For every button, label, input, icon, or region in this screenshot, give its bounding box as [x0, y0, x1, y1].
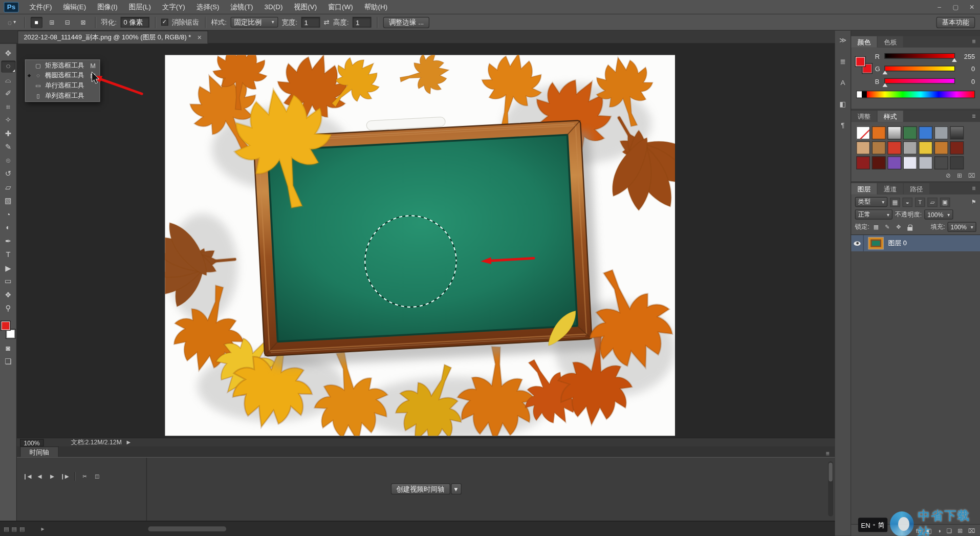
panel-menu-icon[interactable]: ≡ [972, 183, 975, 195]
width-input[interactable] [301, 17, 320, 28]
clone-stamp-tool[interactable]: ⌾ [1, 155, 15, 167]
menu-type[interactable]: 文字(Y) [157, 0, 191, 14]
timeline-tab[interactable]: 时间轴 [20, 446, 58, 457]
crop-tool[interactable]: ⌗ [1, 101, 15, 113]
fill-dropdown[interactable]: 100% ▾ [947, 222, 976, 232]
screen-mode-button[interactable]: ❏ [1, 355, 15, 368]
previous-frame-button[interactable]: ◀ [34, 471, 45, 481]
split-clip-icon[interactable]: ✂ [79, 471, 90, 481]
intersect-selection-button[interactable]: ⊠ [77, 16, 89, 28]
channel-slider-thumb[interactable] [882, 83, 887, 87]
panel-menu-icon[interactable]: ≡ [826, 450, 830, 457]
first-frame-button[interactable]: ❙◀ [22, 471, 33, 481]
style-swatch[interactable] [919, 126, 932, 140]
add-to-selection-button[interactable]: ⊞ [46, 16, 58, 28]
canvas-area[interactable] [17, 44, 835, 437]
zoom-tool[interactable]: ⚲ [1, 302, 15, 314]
type-tool[interactable]: T [1, 248, 15, 261]
style-swatch[interactable] [934, 141, 948, 155]
lasso-tool[interactable]: ⌓ [1, 74, 15, 86]
timeline-scrollbar[interactable] [828, 461, 833, 516]
path-selection-tool[interactable]: ▶ [1, 262, 15, 274]
timeline-type-dropdown[interactable]: ▾ [451, 483, 462, 495]
menu-select[interactable]: 选择(S) [191, 0, 225, 14]
footer-arrow-icon[interactable]: ▸ [41, 525, 45, 532]
channel-slider-thumb[interactable] [952, 58, 957, 62]
style-swatch[interactable] [934, 156, 948, 169]
tab-paths[interactable]: 路径 [904, 183, 929, 195]
opacity-dropdown[interactable]: 100% ▾ [924, 209, 953, 220]
tab-layers[interactable]: 图层 [851, 183, 877, 195]
create-video-timeline-button[interactable]: 创建视频时间轴 [390, 483, 450, 495]
eraser-tool[interactable]: ▱ [1, 181, 15, 194]
play-button[interactable]: ▶ [47, 471, 58, 481]
style-swatch[interactable] [950, 141, 964, 155]
filter-shape-layers-icon[interactable]: ▱ [927, 197, 938, 206]
lock-transparent-pixels-icon[interactable]: ▦ [872, 223, 880, 231]
blur-tool[interactable]: ◔ [1, 208, 15, 221]
paragraph-panel-icon[interactable]: ¶ [837, 119, 849, 131]
red-channel-value[interactable]: 255 [959, 52, 975, 60]
pen-tool[interactable]: ✒ [1, 235, 15, 247]
layer-name[interactable]: 图层 0 [888, 239, 906, 248]
green-channel-slider[interactable] [884, 66, 955, 71]
layer-visibility-toggle[interactable] [851, 235, 863, 251]
style-swatch[interactable] [887, 156, 901, 169]
close-button[interactable]: ✕ [964, 0, 980, 14]
tab-color[interactable]: 颜色 [851, 36, 877, 48]
style-swatch[interactable] [919, 156, 932, 169]
hue-ramp[interactable] [867, 91, 974, 97]
filter-type-layers-icon[interactable]: T [915, 197, 925, 206]
healing-brush-tool[interactable]: ✚ [1, 127, 15, 140]
style-swatch[interactable] [950, 156, 964, 169]
gradient-tool[interactable]: ▧ [1, 195, 15, 207]
layer-thumbnail[interactable] [868, 237, 884, 249]
brush-tool[interactable]: ✎ [1, 141, 15, 153]
color-spectrum-ramp[interactable] [856, 91, 975, 98]
menu-view[interactable]: 视图(V) [288, 0, 322, 14]
menu-edit[interactable]: 编辑(E) [57, 0, 92, 14]
menu-window[interactable]: 窗口(W) [322, 0, 358, 14]
channel-slider-thumb[interactable] [882, 71, 887, 74]
black-white-ramp[interactable] [857, 91, 867, 97]
filter-type-dropdown[interactable]: 类型 ▾ [855, 197, 888, 207]
style-swatch[interactable] [903, 141, 917, 155]
hand-tool[interactable]: ❖ [1, 289, 15, 301]
ime-language[interactable]: EN [861, 521, 870, 529]
swap-width-height-icon[interactable]: ⇄ [323, 18, 329, 26]
menu-filter[interactable]: 滤镜(T) [225, 0, 259, 14]
clear-style-icon[interactable]: ⊘ [946, 172, 951, 179]
lock-image-pixels-icon[interactable]: ✎ [883, 223, 891, 231]
quick-selection-tool[interactable]: ✐ [1, 87, 15, 99]
character-panel-icon[interactable]: A [837, 77, 849, 88]
shape-tool[interactable]: ▭ [1, 275, 15, 288]
style-swatch[interactable] [903, 126, 917, 140]
flyout-rectangular-marquee[interactable]: ◆ ▢ 矩形选框工具 M [26, 60, 99, 71]
antialias-checkbox[interactable]: ✓ [161, 19, 168, 26]
panel-menu-icon[interactable]: ≡ [972, 36, 975, 48]
tab-channels[interactable]: 通道 [878, 183, 903, 195]
blue-channel-value[interactable]: 0 [959, 77, 975, 85]
style-swatch[interactable] [919, 141, 932, 155]
history-panel-icon[interactable]: ≣ [837, 56, 849, 67]
status-options-arrow-icon[interactable]: ▶ [127, 440, 131, 445]
feather-input[interactable] [120, 17, 149, 28]
blend-mode-dropdown[interactable]: 正常 ▾ [855, 209, 892, 220]
foreground-color-swatch[interactable] [856, 57, 865, 66]
refine-edge-button[interactable]: 调整边缘 ... [383, 16, 430, 28]
timeline-footer-icons[interactable]: ▤▤▤ [4, 526, 25, 532]
dodge-tool[interactable]: ◐ [1, 222, 15, 234]
filter-toggle-icon[interactable]: ⚑ [971, 199, 976, 205]
history-brush-tool[interactable]: ↺ [1, 168, 15, 180]
lock-position-icon[interactable]: ✥ [894, 223, 903, 231]
style-swatch[interactable] [903, 156, 917, 169]
document-tab[interactable]: 2022-12-08_111449_副本.png @ 100% (图层 0, R… [17, 31, 208, 44]
style-swatch[interactable] [872, 126, 886, 140]
style-swatch[interactable] [856, 141, 870, 155]
style-swatch[interactable] [887, 126, 901, 140]
maximize-button[interactable]: ▢ [947, 0, 964, 14]
ime-indicator[interactable]: EN 简 [858, 518, 887, 532]
properties-panel-icon[interactable]: ◧ [837, 98, 849, 110]
style-swatch[interactable] [856, 126, 870, 140]
close-tab-icon[interactable]: × [198, 33, 202, 42]
